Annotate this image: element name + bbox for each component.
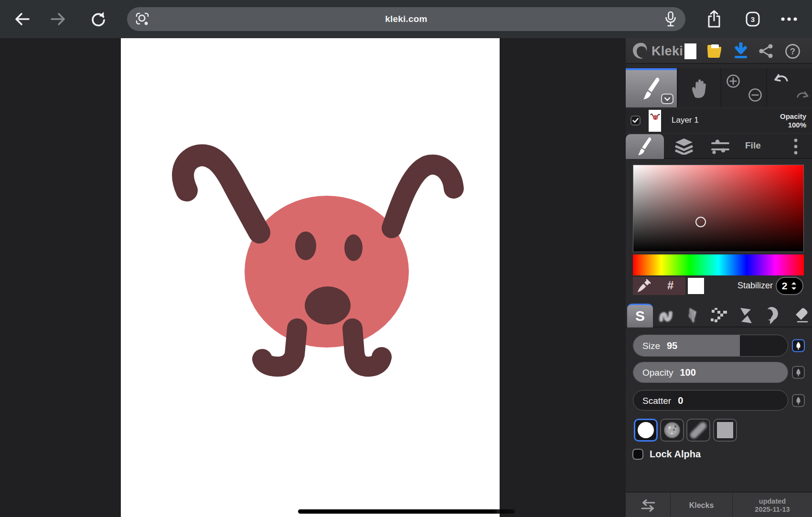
svg-text:?: ? bbox=[790, 47, 795, 56]
brush-family-pen[interactable]: S bbox=[627, 304, 653, 327]
hand-icon bbox=[690, 77, 709, 99]
brush-tool-button[interactable] bbox=[626, 68, 677, 107]
eraser-icon bbox=[791, 308, 808, 323]
zoom-in-icon bbox=[726, 74, 740, 88]
reload-icon bbox=[90, 11, 107, 28]
updated-info[interactable]: updated 2025-11-13 bbox=[733, 493, 812, 517]
brush-family-blend[interactable] bbox=[655, 304, 678, 327]
url-bar[interactable]: kleki.com bbox=[127, 7, 685, 31]
brush-tip-row bbox=[626, 419, 812, 442]
share-button[interactable] bbox=[702, 7, 727, 32]
save-button[interactable] bbox=[730, 38, 751, 64]
layer-opacity-value: 100% bbox=[780, 121, 806, 129]
tab-brush[interactable] bbox=[626, 134, 664, 159]
eyedropper-button[interactable] bbox=[637, 279, 651, 293]
updated-label: updated bbox=[759, 497, 786, 506]
back-button[interactable] bbox=[10, 7, 34, 32]
undo-icon bbox=[774, 74, 789, 87]
brush-family-eraser[interactable] bbox=[788, 304, 811, 327]
textured-circle-icon bbox=[664, 422, 680, 438]
lock-alpha-label: Lock Alpha bbox=[650, 449, 701, 460]
color-preview-strip: # bbox=[633, 277, 685, 295]
tabs-button[interactable]: 3 bbox=[740, 7, 765, 32]
url-text: kleki.com bbox=[127, 14, 685, 24]
creature-right-ear bbox=[392, 165, 454, 228]
creature-left-foot bbox=[262, 328, 297, 367]
help-button[interactable]: ? bbox=[782, 38, 803, 64]
stabilizer-label: Stabilizer bbox=[737, 281, 773, 291]
share-icon bbox=[706, 10, 722, 28]
swap-arrows-icon bbox=[640, 499, 656, 512]
kleki-logo: Kleki bbox=[631, 42, 683, 60]
tab-settings[interactable] bbox=[706, 134, 735, 159]
color-cursor[interactable] bbox=[695, 217, 706, 227]
pen-pressure-icon bbox=[794, 342, 802, 350]
history-tools-cell bbox=[767, 68, 812, 107]
layer-visibility-checkbox[interactable] bbox=[630, 116, 641, 126]
kebab-icon bbox=[794, 138, 798, 155]
folder-icon bbox=[706, 43, 725, 59]
menu-button[interactable] bbox=[777, 7, 801, 32]
scatter-label: Scatter bbox=[642, 395, 671, 405]
opacity-label: Opacity bbox=[642, 368, 673, 378]
scatter-pressure-toggle[interactable] bbox=[792, 394, 805, 407]
klecks-button[interactable]: Klecks bbox=[671, 493, 732, 517]
tip-square-button[interactable] bbox=[713, 419, 737, 442]
layer-row[interactable]: Layer 1 Opacity 100% bbox=[626, 109, 812, 133]
redo-button[interactable] bbox=[796, 91, 809, 103]
forward-button[interactable] bbox=[46, 7, 71, 32]
tab-file[interactable]: File bbox=[745, 140, 761, 151]
hand-tool-button[interactable] bbox=[678, 68, 720, 107]
brush-options-chevron[interactable] bbox=[661, 94, 673, 104]
tab-layers[interactable] bbox=[670, 134, 698, 159]
voice-search-icon[interactable] bbox=[664, 11, 677, 27]
zoom-in-button[interactable] bbox=[726, 74, 740, 88]
brush-family-pixel[interactable] bbox=[708, 304, 731, 327]
lock-alpha-checkbox[interactable] bbox=[632, 449, 643, 460]
opacity-slider-row: Opacity100 bbox=[626, 362, 812, 383]
secondary-color-swatch[interactable] bbox=[688, 278, 704, 294]
help-icon: ? bbox=[785, 43, 801, 59]
drawing-canvas[interactable] bbox=[121, 38, 500, 517]
tool-row bbox=[626, 68, 812, 107]
hex-input-button[interactable]: # bbox=[667, 279, 673, 292]
home-indicator[interactable] bbox=[298, 509, 515, 514]
brush-icon bbox=[636, 137, 653, 157]
saturation-value-picker[interactable] bbox=[633, 165, 804, 252]
pixel-squiggle-icon bbox=[710, 307, 729, 324]
brush-family-smudge[interactable] bbox=[760, 304, 783, 327]
tip-soft-stroke-button[interactable] bbox=[686, 419, 710, 442]
tip-textured-circle-button[interactable] bbox=[660, 419, 684, 442]
creature-drawing bbox=[121, 38, 500, 517]
color-tools-row: # Stabilizer 2 bbox=[626, 277, 812, 295]
size-pressure-toggle[interactable] bbox=[792, 339, 805, 352]
stabilizer-stepper[interactable]: 2 bbox=[776, 277, 803, 295]
zoom-out-button[interactable] bbox=[748, 88, 762, 102]
soft-squiggle-icon bbox=[659, 307, 675, 324]
open-file-button[interactable] bbox=[705, 38, 726, 64]
solid-circle-icon bbox=[638, 422, 654, 438]
tip-solid-circle-button[interactable] bbox=[634, 419, 658, 442]
opacity-slider[interactable]: Opacity100 bbox=[633, 362, 788, 383]
brush-family-row: S bbox=[626, 304, 812, 327]
swap-colors-button[interactable] bbox=[626, 493, 670, 517]
undo-button[interactable] bbox=[774, 74, 789, 87]
pen-pressure-icon bbox=[794, 396, 802, 404]
size-label: Size bbox=[642, 341, 660, 351]
scatter-slider[interactable]: Scatter0 bbox=[633, 390, 788, 411]
tab-count: 3 bbox=[751, 15, 755, 23]
size-slider[interactable]: Size95 bbox=[633, 335, 788, 357]
brush-family-chemy[interactable] bbox=[735, 304, 758, 327]
layer-thumbnail[interactable] bbox=[649, 110, 661, 132]
panel-footer: Klecks updated 2025-11-13 bbox=[626, 492, 812, 517]
hue-slider[interactable] bbox=[633, 254, 804, 275]
check-icon bbox=[632, 118, 639, 123]
opacity-pressure-toggle[interactable] bbox=[792, 366, 805, 379]
share-link-button[interactable] bbox=[756, 38, 777, 64]
chalk-streak-icon bbox=[686, 307, 699, 324]
new-image-button[interactable] bbox=[680, 38, 701, 64]
reload-button[interactable] bbox=[86, 7, 111, 32]
panel-menu-button[interactable] bbox=[781, 134, 810, 159]
eyedropper-icon bbox=[637, 279, 651, 293]
brush-family-sketchy[interactable] bbox=[681, 304, 704, 327]
